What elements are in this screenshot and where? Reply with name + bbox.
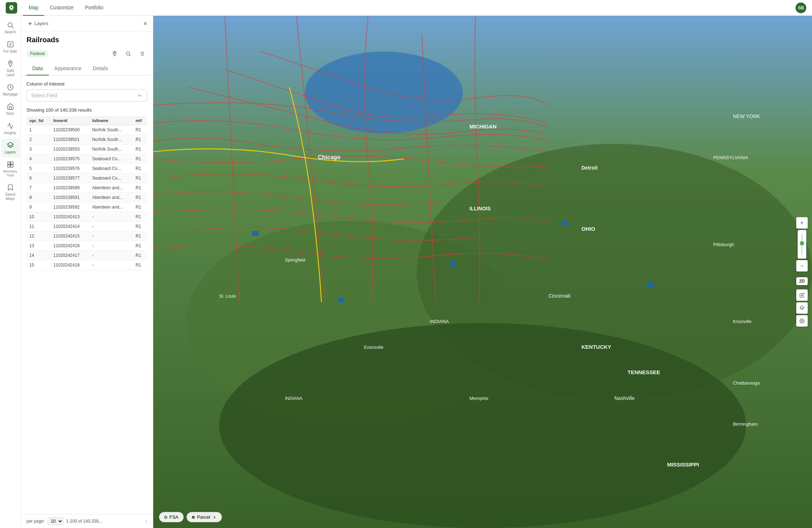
- cell-fullname: Norfolk South...: [89, 125, 132, 135]
- cell-ogc_fid: 2: [26, 135, 50, 145]
- cell-fullname: Seaboard Co...: [89, 173, 132, 183]
- svg-point-23: [305, 52, 463, 133]
- svg-text:Detroit: Detroit: [581, 165, 598, 171]
- table-row[interactable]: 1411020242417-R1: [26, 251, 147, 260]
- panel-header: Layers ×: [21, 16, 153, 31]
- next-page-btn[interactable]: ›: [145, 518, 147, 524]
- select-field-dropdown[interactable]: Select Field: [26, 89, 147, 102]
- top-nav: Map Customize Portfolio SB: [0, 0, 812, 16]
- table-row[interactable]: 711020239589Aberdeen and...R1: [26, 183, 147, 193]
- cell-fullname: -: [89, 241, 132, 251]
- svg-point-11: [126, 52, 130, 55]
- table-row[interactable]: 211020239501Norfolk South...R1: [26, 135, 147, 145]
- cell-ogc_fid: 10: [26, 212, 50, 222]
- cell-linearid: 11020239575: [50, 154, 90, 164]
- map-zoom-in-btn[interactable]: +: [796, 217, 808, 229]
- table-row[interactable]: 511020239576Seaboard Co...R1: [26, 164, 147, 173]
- cell-ogc_fid: 14: [26, 251, 50, 260]
- data-table: ogc_fid linearid fullname mtf 1110202395…: [26, 116, 147, 270]
- fsa-btn[interactable]: FSA: [159, 512, 184, 522]
- parcel-btn[interactable]: Parcel: [187, 512, 222, 522]
- svg-rect-8: [8, 165, 10, 167]
- cell-linearid: 11020239592: [50, 202, 90, 212]
- table-row[interactable]: 1511020242418-R1: [26, 260, 147, 270]
- svg-text:Pittsburgh: Pittsburgh: [713, 242, 734, 247]
- cell-linearid: 11020242418: [50, 260, 90, 270]
- zoom-slider-handle[interactable]: [800, 241, 804, 245]
- col-header-ogc_fid: ogc_fid: [26, 116, 50, 125]
- map-settings-btn[interactable]: [796, 315, 808, 327]
- svg-text:MICHIGAN: MICHIGAN: [469, 123, 497, 129]
- map-layers-btn[interactable]: [796, 302, 808, 314]
- cell-ogc_fid: 5: [26, 164, 50, 173]
- sidebar-item-saved-maps[interactable]: Saved Maps: [1, 181, 20, 204]
- sidebar-item-insights[interactable]: Insights: [1, 119, 20, 138]
- cell-linearid: 11020242416: [50, 241, 90, 251]
- sidebar-item-layers[interactable]: Layers: [1, 139, 20, 157]
- tab-customize[interactable]: Customize: [44, 0, 79, 16]
- table-row[interactable]: 311020239503Norfolk South...R1: [26, 145, 147, 154]
- cell-mtf: R1: [133, 164, 147, 173]
- sidebar-item-search[interactable]: Search: [1, 19, 20, 37]
- cell-mtf: R1: [133, 241, 147, 251]
- svg-point-10: [114, 52, 115, 53]
- table-header: ogc_fid linearid fullname mtf: [26, 116, 147, 125]
- svg-text:INDIANA: INDIANA: [285, 396, 303, 401]
- map-2d-toggle[interactable]: 2D: [796, 277, 807, 285]
- cell-ogc_fid: 1: [26, 125, 50, 135]
- table-row[interactable]: 1111020242414-R1: [26, 222, 147, 231]
- cell-mtf: R1: [133, 193, 147, 202]
- cell-fullname: Aberdeen and...: [89, 202, 132, 212]
- svg-text:OHIO: OHIO: [581, 226, 595, 232]
- svg-rect-6: [8, 162, 10, 165]
- sidebar-item-sold-land[interactable]: Sold Land: [1, 57, 20, 80]
- svg-text:KENTUCKY: KENTUCKY: [581, 344, 611, 350]
- sidebar-item-for-sale[interactable]: For Sale: [1, 38, 20, 57]
- table-row[interactable]: 411020239575Seaboard Co...R1: [26, 154, 147, 164]
- map-pencil-btn[interactable]: [796, 289, 808, 301]
- tab-appearance[interactable]: Appearance: [49, 62, 87, 75]
- cell-ogc_fid: 11: [26, 222, 50, 231]
- close-button[interactable]: ×: [143, 20, 147, 27]
- table-row[interactable]: 1211020242415-R1: [26, 231, 147, 241]
- user-avatar[interactable]: SB: [796, 3, 806, 13]
- tab-data[interactable]: Data: [26, 62, 49, 75]
- parcel-chevron-icon: [212, 515, 217, 519]
- sidebar-item-mortgage[interactable]: Mortgage: [1, 81, 20, 99]
- sidebar-item-boundary-tools[interactable]: Boundary Tools: [1, 158, 20, 180]
- cell-mtf: R1: [133, 145, 147, 154]
- svg-text:ILLINOIS: ILLINOIS: [469, 206, 490, 211]
- svg-rect-7: [10, 162, 13, 165]
- cell-linearid: 11020239503: [50, 145, 90, 154]
- pin-toolbar-btn[interactable]: [109, 48, 120, 59]
- cell-fullname: Aberdeen and...: [89, 193, 132, 202]
- list-toolbar-btn[interactable]: [136, 48, 147, 59]
- map-zoom-out-btn[interactable]: −: [796, 260, 808, 272]
- tab-portfolio[interactable]: Portfolio: [79, 0, 109, 16]
- chevron-down-icon: [137, 93, 142, 98]
- svg-rect-28: [647, 282, 654, 287]
- table-row[interactable]: 111020239500Norfolk South...R1: [26, 125, 147, 135]
- cell-mtf: R1: [133, 222, 147, 231]
- search-toolbar-btn[interactable]: [123, 48, 134, 59]
- table-row[interactable]: 1011020242413-R1: [26, 212, 147, 222]
- tab-details[interactable]: Details: [87, 62, 114, 75]
- table-row[interactable]: 611020239577Seaboard Co...R1: [26, 173, 147, 183]
- sidebar-item-rent[interactable]: Rent: [1, 100, 20, 119]
- tab-map[interactable]: Map: [23, 0, 44, 16]
- back-button[interactable]: Layers: [26, 20, 50, 27]
- cell-ogc_fid: 9: [26, 202, 50, 212]
- table-row[interactable]: 911020239592Aberdeen and...R1: [26, 202, 147, 212]
- col-header-fullname: fullname: [89, 116, 132, 125]
- svg-text:Cincinnati: Cincinnati: [548, 293, 570, 299]
- cell-ogc_fid: 6: [26, 173, 50, 183]
- cell-ogc_fid: 12: [26, 231, 50, 241]
- table-row[interactable]: 811020239591Aberdeen and...R1: [26, 193, 147, 202]
- cell-mtf: R1: [133, 173, 147, 183]
- cell-linearid: 11020242414: [50, 222, 90, 231]
- per-page-select[interactable]: 10 25 50: [48, 517, 63, 525]
- cell-mtf: R1: [133, 183, 147, 193]
- cell-linearid: 11020239576: [50, 164, 90, 173]
- svg-text:Evansville: Evansville: [364, 345, 383, 350]
- table-row[interactable]: 1311020242416-R1: [26, 241, 147, 251]
